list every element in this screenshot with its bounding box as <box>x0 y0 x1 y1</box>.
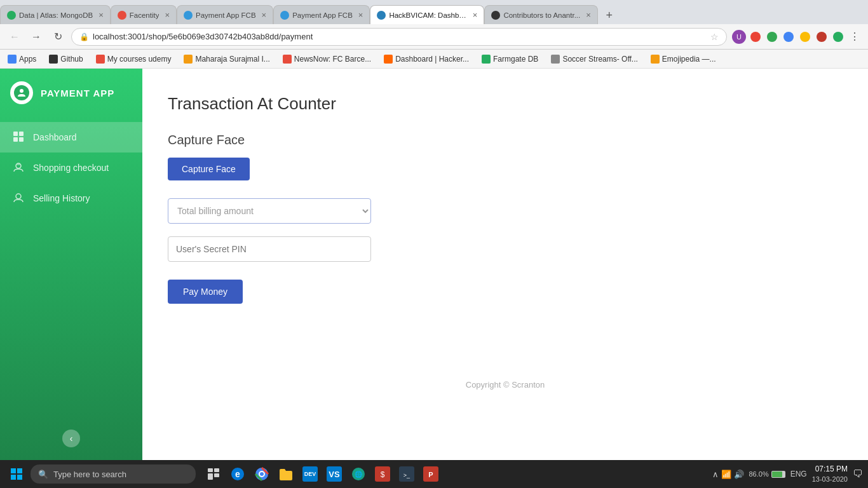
bookmark-my-courses-udemy[interactable]: My courses udemy <box>93 53 174 65</box>
forward-button[interactable]: → <box>28 29 44 45</box>
tab-favicon <box>377 11 386 20</box>
taskbar-vscode-icon[interactable]: VS <box>324 464 344 484</box>
bookmark-dashboard--hacker[interactable]: Dashboard | Hacker... <box>381 53 471 65</box>
bookmark-favicon <box>49 55 58 64</box>
sidebar: PAYMENT APP Dashboard <box>0 69 142 460</box>
taskbar-task-view[interactable] <box>203 464 224 484</box>
tab-tab4[interactable]: Payment App FCB× <box>273 5 370 24</box>
nav-icon-3[interactable] <box>782 30 796 44</box>
sidebar-item-dashboard[interactable]: Dashboard <box>0 122 142 152</box>
svg-text:e: e <box>235 469 240 479</box>
pin-group <box>168 236 843 262</box>
back-button[interactable]: ← <box>6 29 23 45</box>
svg-text:VS: VS <box>329 470 340 479</box>
bookmark-newsnow-fc-barce[interactable]: NewsNow: FC Barce... <box>280 53 374 65</box>
taskbar: 🔍 Type here to search e <box>0 460 868 488</box>
address-bar[interactable]: 🔒 localhost:3001/shop/5e6b069e3d30742b40… <box>71 28 727 46</box>
bookmark-soccer-streams--off[interactable]: Soccer Streams- Off... <box>548 53 640 65</box>
svg-rect-3 <box>13 137 18 142</box>
nav-icon-4[interactable] <box>798 30 812 44</box>
svg-rect-9 <box>17 468 22 473</box>
tab-tab5[interactable]: HackBVICAM: Dashboa...× <box>370 5 484 24</box>
taskbar-globe-icon[interactable]: 🌐 <box>348 464 369 484</box>
svg-text:>_: >_ <box>403 472 410 478</box>
taskbar-terminal-icon[interactable]: $ <box>372 464 393 484</box>
bookmark-apps[interactable]: Apps <box>5 53 39 65</box>
taskbar-search-text: Type here to search <box>53 470 126 479</box>
new-tab-button[interactable]: + <box>600 6 618 24</box>
app-container: PAYMENT APP Dashboard <box>0 69 868 460</box>
notification-icon[interactable]: 🗨 <box>853 468 863 480</box>
battery-fill <box>772 471 782 477</box>
taskbar-folder-icon[interactable] <box>276 464 296 484</box>
svg-point-0 <box>20 89 24 93</box>
bookmark-emojipedia-[interactable]: Emojipedia —... <box>648 53 719 65</box>
taskbar-cmd-icon[interactable]: >_ <box>397 464 417 484</box>
tab-close-button[interactable]: × <box>98 10 104 20</box>
tab-tab2[interactable]: Facentity× <box>111 5 177 24</box>
bookmark-farmgate-db[interactable]: Farmgate DB <box>479 53 541 65</box>
bookmarks-bar: AppsGithubMy courses udemyMaharaja Suraj… <box>0 50 868 69</box>
taskbar-powerpoint-icon[interactable]: P <box>421 464 441 484</box>
sidebar-nav: Dashboard Shopping checkout <box>0 122 142 214</box>
tab-close-button[interactable]: × <box>586 10 591 20</box>
tab-close-button[interactable]: × <box>473 10 478 20</box>
taskbar-dev-icon[interactable]: DEV <box>300 464 320 484</box>
bookmark-favicon <box>8 55 17 64</box>
bookmark-maharaja-surajmal-i[interactable]: Maharaja Surajmal I... <box>181 53 272 65</box>
tab-label: HackBVICAM: Dashboa... <box>389 11 466 19</box>
pin-input[interactable] <box>168 236 371 262</box>
reload-button[interactable]: ↻ <box>50 29 66 45</box>
tab-label: Data | Atlas: MongoDB <box>19 11 93 19</box>
taskbar-edge-icon[interactable]: e <box>227 464 248 484</box>
language-indicator: ENG <box>790 470 807 478</box>
taskbar-search-bar[interactable]: 🔍 Type here to search <box>31 464 196 484</box>
nav-icon-1[interactable] <box>749 30 763 44</box>
svg-text:🌐: 🌐 <box>355 470 363 478</box>
taskbar-chrome-icon[interactable] <box>252 464 272 484</box>
selling-history-icon <box>13 192 25 205</box>
tab-label: Payment App FCB <box>196 11 256 19</box>
more-options-icon[interactable]: ⋮ <box>848 30 862 44</box>
tab-close-button[interactable]: × <box>262 10 267 20</box>
tab-favicon <box>280 11 289 20</box>
svg-rect-1 <box>13 132 18 136</box>
bookmark-label: Dashboard | Hacker... <box>395 55 469 64</box>
taskbar-apps: e DEV VS <box>203 464 441 484</box>
sidebar-item-selling-history[interactable]: Selling History <box>0 183 142 214</box>
nav-icon-6[interactable] <box>831 30 845 44</box>
sidebar-collapse-button[interactable]: ‹ <box>62 430 80 447</box>
bookmark-label: Soccer Streams- Off... <box>562 55 637 64</box>
svg-rect-8 <box>11 468 16 473</box>
tab-bar: Data | Atlas: MongoDB×Facentity×Payment … <box>0 0 868 24</box>
nav-icon-5[interactable] <box>815 30 829 44</box>
sidebar-item-shopping-checkout[interactable]: Shopping checkout <box>0 152 142 183</box>
volume-icon: 🔊 <box>734 470 744 479</box>
chevron-up-icon[interactable]: ∧ <box>712 470 719 479</box>
bookmark-github[interactable]: Github <box>46 53 85 65</box>
tab-tab3[interactable]: Payment App FCB× <box>177 5 273 24</box>
start-button[interactable] <box>5 463 28 485</box>
billing-amount-select[interactable]: Total billing amount <box>168 198 371 224</box>
search-icon: 🔍 <box>38 470 48 479</box>
tab-favicon <box>7 11 16 20</box>
svg-point-7 <box>16 194 21 199</box>
svg-rect-10 <box>11 475 16 480</box>
battery-percent-text: 86.0% <box>749 470 769 478</box>
tab-label: Payment App FCB <box>292 11 353 19</box>
tab-tab6[interactable]: Contributors to Anantr...× <box>484 5 597 24</box>
tab-tab1[interactable]: Data | Atlas: MongoDB× <box>0 5 111 24</box>
footer: Copyright © Scranton <box>168 380 843 390</box>
svg-rect-14 <box>208 473 213 480</box>
network-icon: 📶 <box>721 470 731 479</box>
battery-icon <box>771 471 785 478</box>
tab-close-button[interactable]: × <box>358 10 363 20</box>
pay-money-button[interactable]: Pay Money <box>168 280 243 304</box>
bookmark-label: NewsNow: FC Barce... <box>294 55 371 64</box>
svg-rect-13 <box>214 468 219 472</box>
nav-icon-2[interactable] <box>765 30 779 44</box>
profile-icon[interactable]: U <box>732 30 746 44</box>
tab-close-button[interactable]: × <box>165 10 170 20</box>
tab-favicon <box>184 11 193 20</box>
capture-face-button[interactable]: Capture Face <box>168 158 250 180</box>
